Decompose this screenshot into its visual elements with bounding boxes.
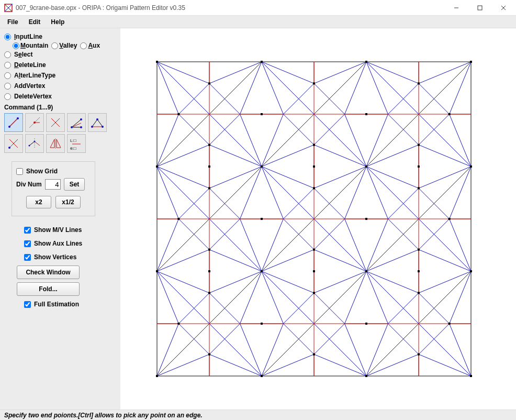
- svg-rect-270: [418, 353, 420, 356]
- svg-rect-266: [365, 323, 367, 325]
- show-grid-checkbox[interactable]: [16, 168, 23, 175]
- svg-rect-237: [156, 165, 158, 168]
- minimize-button[interactable]: [444, 1, 468, 15]
- svg-rect-242: [418, 165, 420, 168]
- mode-select-radio[interactable]: [4, 51, 11, 58]
- svg-rect-226: [470, 61, 472, 63]
- mode-delete-vertex[interactable]: DeleteVertex: [4, 93, 116, 100]
- maximize-button[interactable]: [468, 1, 491, 15]
- svg-rect-255: [208, 270, 210, 272]
- svg-line-29: [29, 141, 35, 146]
- svg-marker-35: [57, 139, 61, 148]
- svg-rect-224: [261, 61, 263, 63]
- svg-point-27: [8, 147, 10, 149]
- svg-rect-223: [156, 61, 158, 63]
- tool-cross[interactable]: [46, 113, 65, 132]
- svg-rect-262: [313, 292, 315, 294]
- show-grid-check[interactable]: Show Grid: [16, 168, 91, 175]
- mode-input-line-label: InputLine: [14, 33, 42, 40]
- mode-delete-line[interactable]: DeleteLine: [4, 61, 116, 69]
- svg-point-18: [71, 126, 73, 128]
- main-area: InputLine Mountain Valley Aux Select Del…: [0, 28, 516, 410]
- mode-add-vertex[interactable]: AddVertex: [4, 82, 116, 90]
- tool-grid: L:□θ:□: [4, 113, 116, 153]
- svg-text:L:□: L:□: [70, 138, 76, 143]
- line-type-valley[interactable]: Valley: [51, 42, 77, 49]
- tool-bisector[interactable]: [67, 113, 86, 132]
- svg-point-23: [102, 126, 104, 128]
- svg-rect-264: [177, 323, 180, 325]
- svg-rect-243: [470, 165, 472, 168]
- mode-delete-line-radio[interactable]: [4, 62, 11, 69]
- statusbar: Specify two end poionts.[Ctrl] allows to…: [0, 410, 516, 420]
- tool-segment[interactable]: [4, 113, 23, 132]
- mode-input-line-radio[interactable]: [4, 34, 11, 40]
- svg-point-9: [17, 117, 19, 119]
- svg-point-19: [80, 118, 82, 120]
- set-button[interactable]: Set: [64, 178, 85, 191]
- tool-vertical[interactable]: [4, 134, 23, 153]
- svg-marker-34: [50, 139, 54, 148]
- x2-button[interactable]: x2: [26, 196, 51, 208]
- menu-help[interactable]: Help: [46, 17, 70, 27]
- svg-rect-230: [177, 113, 180, 115]
- svg-point-31: [29, 145, 30, 147]
- full-estimation-check[interactable]: Full Estimation: [24, 301, 103, 308]
- show-vertices-check[interactable]: Show Vertices: [24, 253, 103, 261]
- line-type-aux[interactable]: Aux: [80, 42, 100, 49]
- svg-rect-269: [313, 353, 315, 356]
- show-mv-check[interactable]: Show M/V Lines: [24, 226, 103, 234]
- line-type-aux-radio[interactable]: [80, 42, 87, 49]
- show-aux-checkbox[interactable]: [24, 240, 31, 247]
- mode-input-line[interactable]: InputLine: [4, 33, 116, 40]
- menu-file[interactable]: File: [2, 17, 24, 27]
- svg-line-30: [35, 141, 40, 146]
- svg-rect-231: [261, 113, 263, 115]
- svg-rect-4: [478, 6, 482, 10]
- show-vertices-checkbox[interactable]: [24, 254, 31, 261]
- svg-rect-265: [261, 323, 263, 325]
- div-num-input[interactable]: [45, 179, 61, 190]
- svg-line-7: [9, 118, 18, 127]
- fold-button[interactable]: Fold...: [17, 282, 80, 296]
- mode-select[interactable]: Select: [4, 51, 116, 58]
- menu-edit[interactable]: Edit: [24, 17, 46, 27]
- show-aux-check[interactable]: Show Aux Lines: [24, 240, 103, 247]
- window-controls: [444, 1, 515, 15]
- close-button[interactable]: [491, 1, 515, 15]
- svg-rect-245: [313, 187, 315, 189]
- xhalf-button[interactable]: x1/2: [55, 196, 81, 208]
- svg-rect-246: [418, 187, 420, 189]
- tool-on-v[interactable]: [25, 113, 44, 132]
- svg-rect-229: [418, 82, 420, 84]
- show-mv-checkbox[interactable]: [24, 227, 31, 234]
- menubar: File Edit Help: [0, 16, 516, 28]
- mode-alter-line-type-radio[interactable]: [4, 72, 11, 79]
- command-label: Command (1...9): [4, 104, 116, 111]
- mode-add-vertex-radio[interactable]: [4, 83, 11, 90]
- tool-symmetric[interactable]: [25, 134, 44, 153]
- tool-by-value[interactable]: L:□θ:□: [67, 134, 86, 153]
- check-window-button[interactable]: Check Window: [17, 266, 80, 279]
- line-type-mountain[interactable]: Mountain: [13, 42, 48, 49]
- svg-rect-228: [313, 82, 315, 84]
- svg-rect-238: [208, 165, 210, 168]
- div-num-label: Div Num: [16, 181, 42, 188]
- tool-triangle[interactable]: [88, 113, 107, 132]
- line-type-mountain-radio[interactable]: [13, 42, 19, 49]
- canvas[interactable]: [120, 28, 516, 410]
- svg-point-22: [91, 126, 93, 128]
- svg-point-24: [96, 118, 98, 120]
- svg-rect-273: [365, 375, 367, 377]
- svg-point-20: [80, 126, 82, 128]
- sidebar: InputLine Mountain Valley Aux Select Del…: [0, 28, 120, 410]
- svg-point-8: [8, 126, 10, 128]
- svg-rect-236: [418, 144, 420, 146]
- line-type-valley-radio[interactable]: [51, 42, 58, 49]
- full-estimation-checkbox[interactable]: [24, 301, 31, 308]
- svg-rect-256: [261, 270, 263, 272]
- tool-mirror[interactable]: [46, 134, 65, 153]
- mode-alter-line-type[interactable]: AlterLineType: [4, 72, 116, 79]
- svg-rect-248: [261, 218, 263, 220]
- mode-delete-vertex-radio[interactable]: [4, 93, 11, 100]
